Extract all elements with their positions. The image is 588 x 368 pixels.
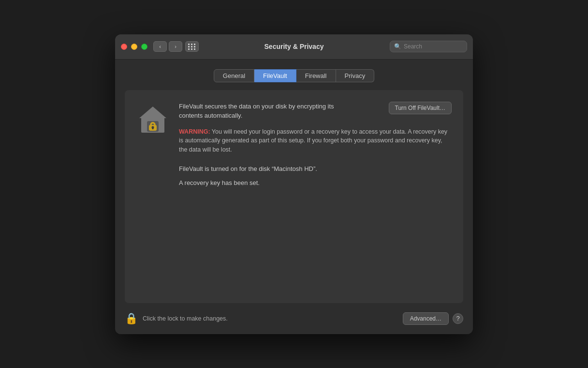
warning-body: You will need your login password or a r… [179, 128, 447, 153]
traffic-lights [121, 44, 147, 50]
filevault-section: FileVault secures the data on your disk … [136, 102, 452, 193]
close-button[interactable] [121, 44, 127, 50]
window-title: Security & Privacy [265, 43, 324, 50]
tab-privacy[interactable]: Privacy [336, 69, 375, 82]
filevault-info: FileVault secures the data on your disk … [179, 102, 452, 193]
nav-buttons: ‹ › [153, 41, 182, 52]
system-preferences-window: ‹ › Security & Privacy 🔍 General FileVau… [115, 34, 473, 334]
svg-marker-0 [139, 107, 166, 118]
lock-label: Click the lock to make changes. [143, 315, 228, 322]
back-icon: ‹ [159, 44, 161, 49]
warning-label: WARNING: [179, 128, 210, 135]
tab-firewall[interactable]: Firewall [296, 69, 336, 82]
content-area: General FileVault Firewall Privacy [115, 60, 473, 303]
lock-icon: 🔒 [125, 312, 138, 325]
grid-view-button[interactable] [185, 41, 199, 52]
help-button[interactable]: ? [453, 313, 463, 324]
titlebar: ‹ › Security & Privacy 🔍 [115, 34, 473, 60]
minimize-button[interactable] [131, 44, 137, 50]
advanced-button[interactable]: Advanced… [403, 312, 449, 325]
tab-bar: General FileVault Firewall Privacy [125, 69, 463, 82]
search-icon: 🔍 [394, 43, 401, 50]
back-button[interactable]: ‹ [153, 41, 167, 52]
grid-icon [188, 44, 196, 50]
bottom-bar: 🔒 Click the lock to make changes. Advanc… [115, 303, 473, 334]
search-input[interactable] [404, 43, 463, 50]
filevault-panel: FileVault secures the data on your disk … [125, 90, 463, 303]
warning-paragraph: WARNING: You will need your login passwo… [179, 127, 452, 154]
lock-section[interactable]: 🔒 Click the lock to make changes. [125, 312, 228, 325]
filevault-header: FileVault secures the data on your disk … [179, 102, 452, 121]
recovery-status: A recovery key has been set. [179, 178, 452, 188]
help-icon: ? [456, 315, 459, 322]
forward-button[interactable]: › [169, 41, 182, 52]
house-lock-svg [136, 104, 169, 137]
filevault-description: FileVault secures the data on your disk … [179, 102, 343, 121]
svg-rect-5 [152, 127, 154, 129]
maximize-button[interactable] [141, 44, 147, 50]
tab-general[interactable]: General [214, 69, 254, 82]
tab-filevault[interactable]: FileVault [254, 69, 296, 82]
bottom-right: Advanced… ? [403, 312, 463, 325]
turn-off-filevault-button[interactable]: Turn Off FileVault… [389, 102, 452, 114]
forward-icon: › [175, 44, 176, 49]
disk-status: FileVault is turned on for the disk “Mac… [179, 164, 452, 174]
filevault-icon [136, 104, 169, 137]
search-box[interactable]: 🔍 [390, 41, 467, 52]
